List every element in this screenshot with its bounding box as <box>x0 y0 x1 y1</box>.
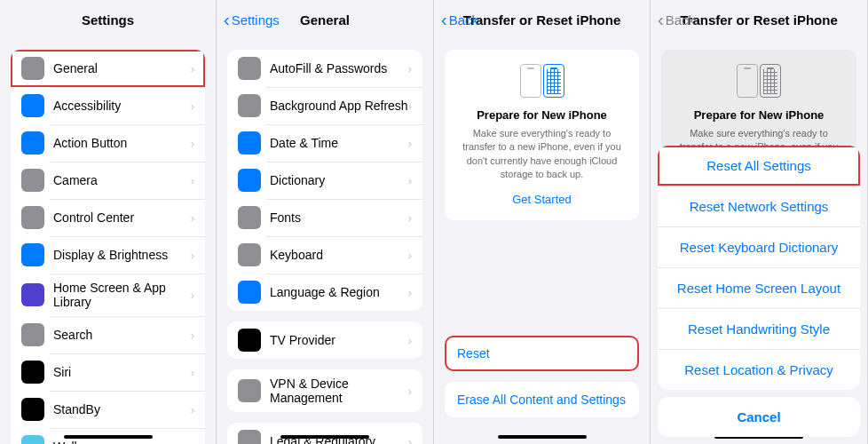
reset-option[interactable]: Reset All Settings <box>658 146 860 186</box>
reset-option[interactable]: Reset Home Screen Layout <box>658 267 860 308</box>
row-icon <box>21 94 44 117</box>
home-indicator[interactable] <box>280 435 369 439</box>
chevron-right-icon: › <box>191 366 194 379</box>
general-group-1: AutoFill & Passwords›Background App Refr… <box>227 50 422 311</box>
iphone-transfer-icon <box>457 64 627 98</box>
card-subtitle: Make sure everything's ready to transfer… <box>457 127 627 182</box>
settings-row[interactable]: Date & Time› <box>227 124 422 162</box>
home-indicator[interactable] <box>64 435 153 439</box>
row-label: VPN & Device Management <box>270 377 408 405</box>
page-title: Transfer or Reset iPhone <box>680 12 838 28</box>
chevron-right-icon: › <box>191 62 194 75</box>
settings-row[interactable]: Background App Refresh› <box>227 87 422 124</box>
chevron-left-icon: ‹ <box>441 11 447 28</box>
chevron-right-icon: › <box>191 174 194 187</box>
settings-row[interactable]: Accessibility› <box>11 87 205 124</box>
erase-row[interactable]: Erase All Content and Settings <box>445 382 639 417</box>
settings-row[interactable]: Control Center› <box>11 199 205 236</box>
general-group-4: Legal & Regulatory› <box>227 423 422 444</box>
settings-row[interactable]: Legal & Regulatory› <box>227 423 422 444</box>
row-icon <box>21 206 44 229</box>
chevron-left-icon: ‹ <box>658 11 664 28</box>
row-label: Language & Region <box>270 285 408 299</box>
settings-row[interactable]: Action Button› <box>11 124 205 162</box>
settings-row[interactable]: Keyboard› <box>227 236 422 274</box>
settings-row[interactable]: Display & Brightness› <box>11 236 205 274</box>
chevron-right-icon: › <box>191 440 194 445</box>
row-label: Action Button <box>53 136 191 150</box>
row-label: StandBy <box>53 402 191 416</box>
chevron-right-icon: › <box>408 249 412 262</box>
general-group-2: TV Provider› <box>227 321 422 359</box>
row-label: Siri <box>53 365 191 379</box>
settings-row[interactable]: VPN & Device Management› <box>227 369 422 412</box>
settings-row[interactable]: Home Screen & App Library› <box>11 274 205 316</box>
settings-row[interactable]: Fonts› <box>227 199 422 236</box>
iphone-transfer-icon <box>674 64 844 98</box>
reset-option[interactable]: Reset Network Settings <box>658 186 860 226</box>
row-label: Keyboard <box>270 248 408 262</box>
row-label: Home Screen & App Library <box>53 281 191 309</box>
card-title: Prepare for New iPhone <box>674 108 844 122</box>
row-label: Background App Refresh <box>270 99 408 113</box>
row-label: AutoFill & Passwords <box>270 61 408 75</box>
page-title: Settings <box>82 12 134 28</box>
settings-row[interactable]: StandBy› <box>11 391 205 428</box>
cancel-button[interactable]: Cancel <box>658 397 860 437</box>
row-label: General <box>53 61 191 75</box>
row-icon <box>21 361 44 384</box>
row-icon <box>21 283 44 306</box>
row-icon <box>21 169 44 192</box>
settings-row[interactable]: AutoFill & Passwords› <box>227 50 422 87</box>
chevron-right-icon: › <box>408 211 412 225</box>
reset-option[interactable]: Reset Keyboard Dictionary <box>658 226 860 267</box>
settings-row[interactable]: Siri› <box>11 353 205 391</box>
chevron-right-icon: › <box>191 289 194 302</box>
row-label: Fonts <box>270 210 408 225</box>
row-icon <box>238 430 261 444</box>
row-label: Display & Brightness <box>53 248 191 262</box>
reset-option[interactable]: Reset Handwriting Style <box>658 308 860 349</box>
reset-row[interactable]: Reset <box>445 336 639 371</box>
chevron-right-icon: › <box>191 211 194 225</box>
transfer-reset-panel: ‹Back Transfer or Reset iPhone Prepare f… <box>434 0 651 444</box>
settings-row[interactable]: Camera› <box>11 162 205 199</box>
settings-row[interactable]: General› <box>11 50 205 87</box>
chevron-right-icon: › <box>408 99 412 113</box>
row-icon <box>21 131 44 155</box>
chevron-left-icon: ‹ <box>224 11 230 28</box>
row-label: Accessibility <box>53 99 191 113</box>
general-group-3: VPN & Device Management› <box>227 369 422 412</box>
settings-group-1: General›Accessibility›Action Button›Came… <box>11 50 205 444</box>
row-icon <box>238 94 261 117</box>
reset-sheet-panel: ‹Back Transfer or Reset iPhone Prepare f… <box>651 0 868 444</box>
back-button[interactable]: ‹Back <box>441 11 478 28</box>
settings-row[interactable]: Language & Region› <box>227 274 422 311</box>
chevron-right-icon: › <box>191 249 194 262</box>
card-title: Prepare for New iPhone <box>457 108 627 122</box>
settings-row[interactable]: Dictionary› <box>227 162 422 199</box>
settings-row[interactable]: Search› <box>11 316 205 353</box>
row-icon <box>238 57 261 80</box>
row-icon <box>238 131 261 155</box>
chevron-right-icon: › <box>408 385 412 398</box>
row-label: Dictionary <box>270 173 408 187</box>
get-started-button[interactable]: Get Started <box>457 193 627 206</box>
chevron-right-icon: › <box>408 286 412 299</box>
row-icon <box>238 379 261 402</box>
chevron-right-icon: › <box>408 137 412 150</box>
back-button: ‹Back <box>658 11 695 28</box>
header: ‹Settings General <box>217 0 433 39</box>
settings-row[interactable]: TV Provider› <box>227 321 422 359</box>
header: ‹Back Transfer or Reset iPhone <box>651 0 867 39</box>
chevron-right-icon: › <box>408 435 412 445</box>
reset-option[interactable]: Reset Location & Privacy <box>658 349 860 390</box>
home-indicator[interactable] <box>498 435 587 439</box>
action-sheet: Reset All SettingsReset Network Settings… <box>651 139 867 444</box>
header: ‹Back Transfer or Reset iPhone <box>434 0 650 39</box>
chevron-right-icon: › <box>191 99 194 113</box>
row-label: Search <box>53 328 191 342</box>
prepare-card: Prepare for New iPhone Make sure everyth… <box>445 50 639 220</box>
back-button[interactable]: ‹Settings <box>224 11 280 28</box>
row-icon <box>21 435 44 444</box>
